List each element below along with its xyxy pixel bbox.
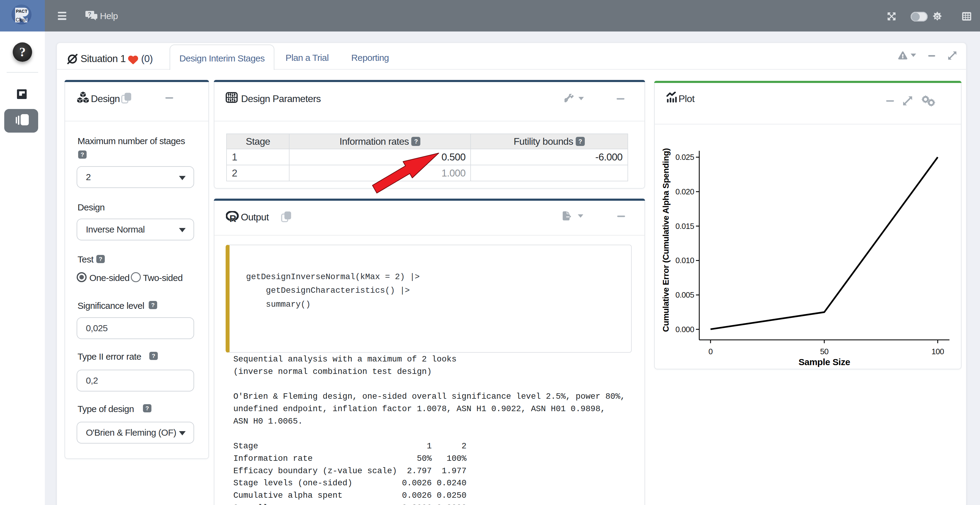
svg-text:0.025: 0.025 [675, 152, 694, 162]
svg-text:100: 100 [932, 347, 944, 356]
svg-text:?: ? [88, 11, 91, 17]
svg-text:0.000: 0.000 [675, 325, 694, 334]
svg-text:d: d [25, 17, 28, 22]
svg-text:0.005: 0.005 [675, 291, 694, 299]
svg-text:Cumulative Error (Cumulative A: Cumulative Error (Cumulative Alpha Spend… [661, 148, 670, 332]
svg-text:Sample Size: Sample Size [799, 357, 850, 367]
svg-text:R: R [229, 213, 236, 223]
svg-text:0.015: 0.015 [675, 222, 694, 231]
svg-text:0.020: 0.020 [675, 187, 694, 196]
svg-text:PACT: PACT [16, 9, 27, 14]
svg-text:Clou: Clou [16, 17, 25, 22]
svg-text:0: 0 [708, 347, 713, 356]
svg-text:50: 50 [820, 347, 829, 356]
svg-text:0.010: 0.010 [675, 256, 694, 265]
